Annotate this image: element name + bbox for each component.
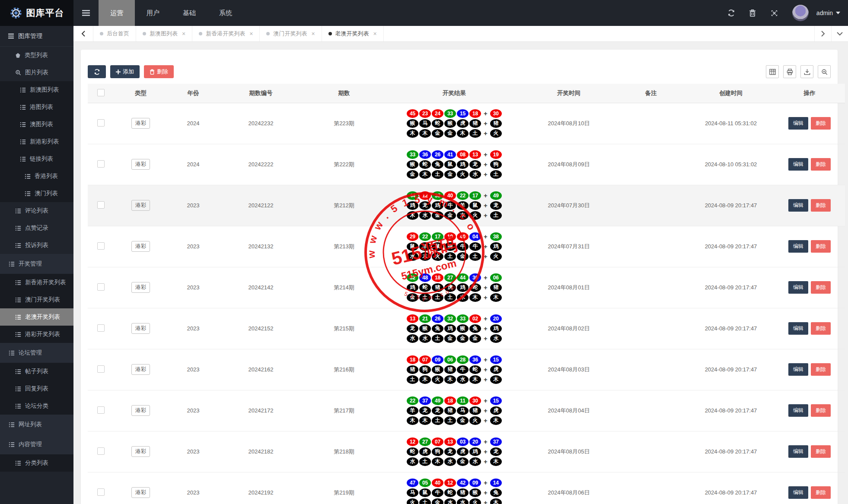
edit-button[interactable]: 编辑 [788,404,808,417]
sidebar-item-分类列表[interactable]: 分类列表 [0,454,73,472]
row-delete-button[interactable]: 删除 [811,199,831,212]
edit-button[interactable]: 编辑 [788,445,808,458]
sidebar-item-评论列表[interactable]: 评论列表 [0,202,73,219]
attr-ball: 牛 [469,242,481,251]
sidebar-item-港彩开奖列表[interactable]: 港彩开奖列表 [0,326,73,343]
tab-后台首页[interactable]: 后台首页 [93,26,136,41]
row-delete-button[interactable]: 删除 [811,363,831,376]
sidebar-item-label: 链接列表 [30,155,53,163]
row-delete-button[interactable]: 删除 [811,404,831,417]
nav-item-系统[interactable]: 系统 [207,0,244,26]
row-checkbox[interactable] [97,283,105,291]
tab-老澳开奖列表[interactable]: 老澳开奖列表× [322,26,384,41]
sidebar-item-澳门列表[interactable]: 澳门列表 [0,185,73,202]
tab-新香港开奖列表[interactable]: 新香港开奖列表× [192,26,260,41]
user-menu[interactable]: admin [816,10,840,16]
row-checkbox[interactable] [97,242,105,250]
refresh-button[interactable] [88,65,106,78]
attr-ball-line: 水土木水金水+木 [407,457,502,466]
sidebar-item-港图列表[interactable]: 港图列表 [0,98,73,116]
sidebar-item-新港彩列表[interactable]: 新港彩列表 [0,133,73,150]
select-all-checkbox[interactable] [97,89,105,96]
edit-button[interactable]: 编辑 [788,322,808,335]
tabs-scroll-left-button[interactable] [73,26,93,41]
trash-icon[interactable] [749,9,758,17]
avatar[interactable] [792,5,809,21]
row-delete-button[interactable]: 删除 [811,445,831,458]
sidebar-item-网址列表[interactable]: 网址列表 [0,415,73,434]
attr-ball: 土 [432,170,443,179]
row-checkbox[interactable] [97,365,105,373]
edit-button[interactable]: 编辑 [788,281,808,294]
sidebar-item-开奖管理[interactable]: 开奖管理 [0,254,73,274]
sidebar-item-澳门开奖列表[interactable]: 澳门开奖列表 [0,291,73,308]
sidebar-item-label: 港图列表 [30,103,53,111]
tab-close-icon[interactable]: × [182,30,185,37]
row-checkbox[interactable] [97,324,105,332]
row-checkbox[interactable] [97,201,105,209]
row-checkbox[interactable] [97,160,105,168]
sidebar-item-点赞记录[interactable]: 点赞记录 [0,219,73,237]
print-button[interactable] [783,65,796,78]
sidebar-item-澳图列表[interactable]: 澳图列表 [0,116,73,133]
refresh-icon[interactable] [727,9,736,17]
row-checkbox[interactable] [97,488,105,496]
sidebar-item-图库管理[interactable]: 图库管理 [0,26,73,47]
nav-item-基础[interactable]: 基础 [171,0,207,26]
sidebar-item-内容管理[interactable]: 内容管理 [0,434,73,454]
sidebar-item-类型列表[interactable]: 类型列表 [0,47,73,64]
row-delete-button[interactable]: 删除 [811,281,831,294]
tab-close-icon[interactable]: × [311,30,315,37]
search-button[interactable] [818,65,831,78]
created-time-cell: 2024-08-11 05:31:02 [688,103,774,144]
nav-item-用户[interactable]: 用户 [135,0,171,26]
export-button[interactable] [800,65,813,78]
attr-ball: 火 [432,252,443,261]
result-balls: 452324331518+30猴马蛇猴虎猪+猪木木金金木土+火 [385,109,523,138]
tabs-scroll-right-button[interactable] [814,26,831,41]
sidebar-item-帖子列表[interactable]: 帖子列表 [0,363,73,380]
actions-cell: 编辑删除 [774,349,845,390]
tab-close-icon[interactable]: × [249,30,253,37]
attr-ball: 虎 [490,365,502,374]
row-delete-button[interactable]: 删除 [811,158,831,171]
collapse-menu-button[interactable] [73,0,99,26]
tab-close-icon[interactable]: × [373,30,377,37]
add-button[interactable]: 添加 [110,65,140,78]
sidebar-item-论坛管理[interactable]: 论坛管理 [0,343,73,363]
row-checkbox[interactable] [97,447,105,455]
tab-新澳图列表[interactable]: 新澳图列表× [136,26,192,41]
attr-ball: 鸡 [490,242,502,251]
row-checkbox[interactable] [97,119,105,127]
row-delete-button[interactable]: 删除 [811,240,831,253]
edit-button[interactable]: 编辑 [788,117,808,130]
sidebar-item-投诉列表[interactable]: 投诉列表 [0,237,73,254]
sidebar-item-回复列表[interactable]: 回复列表 [0,380,73,397]
sidebar-item-论坛分类[interactable]: 论坛分类 [0,397,73,415]
plus-sign: + [484,315,488,322]
sidebar-item-新香港开奖列表[interactable]: 新香港开奖列表 [0,274,73,291]
edit-button[interactable]: 编辑 [788,158,808,171]
sidebar-item-新澳图列表[interactable]: 新澳图列表 [0,81,73,98]
tabs-menu-button[interactable] [831,26,848,41]
edit-button[interactable]: 编辑 [788,486,808,499]
edit-button[interactable]: 编辑 [788,363,808,376]
edit-button[interactable]: 编辑 [788,240,808,253]
delete-button[interactable]: 删除 [144,65,174,78]
tab-澳门开奖列表[interactable]: 澳门开奖列表× [260,26,322,41]
attr-ball: 火 [490,252,502,261]
row-delete-button[interactable]: 删除 [811,117,831,130]
sidebar-item-老澳开奖列表[interactable]: 老澳开奖列表 [0,308,73,326]
nav-item-运营[interactable]: 运营 [99,0,135,26]
row-delete-button[interactable]: 删除 [811,322,831,335]
sidebar-item-链接列表[interactable]: 链接列表 [0,150,73,168]
sidebar-item-图片列表[interactable]: 图片列表 [0,64,73,81]
columns-toggle-button[interactable] [766,65,779,78]
table-row: 港彩202320242132第213期292217194004+38鼠羊鼠狗牛牛… [88,226,845,267]
edit-button[interactable]: 编辑 [788,199,808,212]
fullscreen-icon[interactable] [771,9,779,17]
row-delete-button[interactable]: 删除 [811,486,831,499]
row-checkbox[interactable] [97,406,105,414]
sidebar-item-香港列表[interactable]: 香港列表 [0,168,73,185]
attr-ball: 水 [457,498,469,504]
